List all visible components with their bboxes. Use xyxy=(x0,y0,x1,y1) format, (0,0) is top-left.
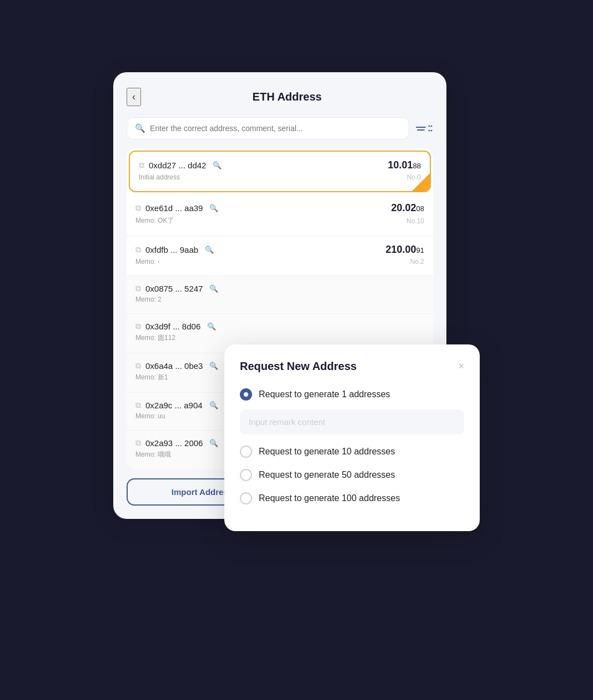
address-search-icon: 🔍 xyxy=(209,362,218,370)
radio-label-2: Request to generate 10 addresses xyxy=(259,447,395,457)
no-label: No.2 xyxy=(410,258,424,266)
request-new-address-modal: Request New Address × Request to generat… xyxy=(224,344,480,531)
selected-corner-badge xyxy=(412,173,430,191)
address-search-icon: 🔍 xyxy=(209,204,218,212)
address-text: 0x2a93 ... 2006 xyxy=(145,438,203,448)
address-search-icon: 🔍 xyxy=(209,439,218,447)
address-item[interactable]: ⧉ 0xe61d ... aa39 🔍 20.0208 Memo: OK了 No… xyxy=(127,194,433,236)
memo-text: Memo: 2 xyxy=(135,296,162,303)
copy-icon: ⧉ xyxy=(135,322,141,331)
search-box: 🔍 xyxy=(127,117,409,139)
address-search-icon: 🔍 xyxy=(213,161,222,169)
address-item[interactable]: ⧉ 0x0875 ... 5247 🔍 Memo: 2 xyxy=(127,276,433,314)
copy-icon: ⧉ xyxy=(135,438,141,448)
radio-button-2[interactable] xyxy=(240,446,252,458)
copy-icon: ⧉ xyxy=(139,161,144,170)
address-text: 0x3d9f ... 8d06 xyxy=(145,322,200,331)
search-icon: 🔍 xyxy=(135,123,145,133)
copy-icon: ⧉ xyxy=(135,284,141,293)
radio-button-4[interactable] xyxy=(240,492,252,504)
amount-display: 20.0208 xyxy=(391,202,424,214)
radio-button-3[interactable] xyxy=(240,469,252,481)
address-search-icon: 🔍 xyxy=(209,401,218,409)
sort-arrows-icon xyxy=(428,124,433,132)
radio-button-1[interactable] xyxy=(240,388,252,401)
address-search-icon: 🔍 xyxy=(207,322,216,331)
no-label: No.10 xyxy=(406,217,424,225)
radio-label-4: Request to generate 100 addresses xyxy=(259,493,400,503)
address-text: 0x0875 ... 5247 xyxy=(145,284,203,293)
search-row: 🔍 xyxy=(127,117,433,139)
modal-title: Request New Address xyxy=(240,360,356,373)
memo-text: Memo: - xyxy=(135,258,160,266)
memo-text: Memo: uu xyxy=(135,412,165,420)
copy-icon: ⧉ xyxy=(135,245,141,254)
filter-button[interactable] xyxy=(415,124,433,132)
search-input[interactable] xyxy=(150,124,401,133)
radio-label-3: Request to generate 50 addresses xyxy=(259,470,395,480)
copy-icon: ⧉ xyxy=(135,203,141,213)
copy-icon: ⧉ xyxy=(135,361,141,371)
memo-text: Initial address xyxy=(139,173,180,181)
address-item[interactable]: ⧉ 0xdd27 ... dd42 🔍 10.0188 Initial addr… xyxy=(129,151,431,192)
modal-header: Request New Address × xyxy=(240,360,464,373)
radio-option-2[interactable]: Request to generate 10 addresses xyxy=(240,443,464,460)
copy-icon: ⧉ xyxy=(135,401,141,410)
memo-text: Memo: OK了 xyxy=(135,216,174,226)
address-item[interactable]: ⧉ 0xfdfb ... 9aab 🔍 210.0091 Memo: - No.… xyxy=(127,236,433,276)
page-title: ETH Address xyxy=(141,91,433,103)
radio-label-1: Request to generate 1 addresses xyxy=(259,389,390,399)
address-text: 0xe61d ... aa39 xyxy=(145,203,203,213)
address-text: 0x6a4a ... 0be3 xyxy=(145,361,203,371)
back-button[interactable]: ‹ xyxy=(127,88,141,106)
header: ‹ ETH Address xyxy=(127,88,433,106)
memo-text: Memo: 新1 xyxy=(135,373,168,382)
amount-display: 10.0188 xyxy=(388,159,421,171)
address-text: 0xdd27 ... dd42 xyxy=(149,161,206,170)
radio-option-3[interactable]: Request to generate 50 addresses xyxy=(240,467,464,483)
remark-input[interactable] xyxy=(240,409,464,434)
memo-text: Memo: 圆112 xyxy=(135,333,175,343)
amount-display: 210.0091 xyxy=(385,244,424,256)
radio-option-1[interactable]: Request to generate 1 addresses xyxy=(240,386,464,403)
address-search-icon: 🔍 xyxy=(205,246,214,254)
filter-sort-icon xyxy=(415,126,427,132)
address-text: 0x2a9c ... a904 xyxy=(145,401,203,410)
modal-close-button[interactable]: × xyxy=(458,361,464,372)
address-search-icon: 🔍 xyxy=(209,284,218,293)
memo-text: Memo: 哦哦 xyxy=(135,450,171,459)
address-text: 0xfdfb ... 9aab xyxy=(145,245,198,254)
radio-option-4[interactable]: Request to generate 100 addresses xyxy=(240,490,464,507)
